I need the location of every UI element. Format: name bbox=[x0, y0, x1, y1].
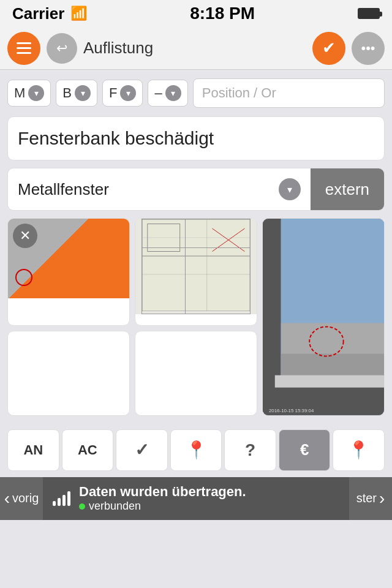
next-button[interactable]: ster › bbox=[349, 477, 392, 520]
chevron-m-icon: ▾ bbox=[28, 85, 44, 101]
status-text: Daten wurden übertragen. verbunden bbox=[79, 484, 246, 513]
red-pin-icon: 📍 bbox=[186, 440, 207, 460]
chip-f-label: F bbox=[109, 85, 117, 101]
green-pin-icon: 📍 bbox=[348, 440, 369, 460]
svg-rect-0 bbox=[142, 219, 250, 311]
next-chevron-icon: › bbox=[379, 489, 385, 508]
extern-label: extern bbox=[325, 180, 369, 199]
data-transfer-label: Daten wurden übertragen. bbox=[79, 484, 246, 500]
photo-slot-3[interactable]: 2016-10-15 15:39:04 bbox=[262, 218, 385, 416]
main-content: Metallfenster ▾ extern ✕ bbox=[0, 116, 392, 477]
action-euro-button[interactable]: € bbox=[279, 429, 331, 471]
next-label: ster bbox=[356, 491, 377, 505]
action-question-button[interactable]: ? bbox=[224, 429, 276, 471]
photo-slot-2[interactable] bbox=[135, 218, 257, 326]
bottom-nav: ‹ vorig Daten wurden übertragen. verbund… bbox=[0, 477, 392, 520]
chevron-dash-icon: ▾ bbox=[165, 85, 181, 101]
back-icon: ↩ bbox=[56, 40, 67, 56]
type-dropdown-value: Metallfenster bbox=[18, 180, 109, 199]
check-icon: ✓ bbox=[135, 440, 149, 460]
action-bar: AN AC ✓ 📍 ? € 📍 bbox=[7, 423, 385, 477]
action-ac-button[interactable]: AC bbox=[62, 429, 114, 471]
chip-b-label: B bbox=[62, 85, 72, 101]
title-input[interactable] bbox=[18, 128, 374, 149]
battery-icon bbox=[358, 8, 380, 19]
chevron-f-icon: ▾ bbox=[120, 85, 136, 101]
photo-3-image: 2016-10-15 15:39:04 bbox=[263, 219, 384, 415]
action-pin-red-button[interactable]: 📍 bbox=[170, 429, 222, 471]
bottom-nav-center: Daten wurden übertragen. verbunden bbox=[43, 484, 349, 513]
photo-slot-1[interactable]: ✕ bbox=[7, 218, 130, 326]
title-field-wrap bbox=[7, 116, 385, 160]
window-photo-svg: 2016-10-15 15:39:04 bbox=[263, 219, 384, 415]
connected-dot bbox=[79, 503, 85, 510]
chevron-b-icon: ▾ bbox=[75, 85, 91, 101]
hamburger-icon bbox=[17, 42, 31, 54]
blueprint-lines bbox=[141, 219, 251, 314]
chip-dash-label: – bbox=[154, 85, 162, 101]
filter-chip-f[interactable]: F ▾ bbox=[102, 80, 143, 107]
status-bar: Carrier 📶 8:18 PM bbox=[0, 0, 392, 27]
nav-bar: ↩ Auflistung ✔ ••• bbox=[0, 27, 392, 70]
photos-section: ✕ bbox=[7, 218, 385, 416]
save-button[interactable]: ✔ bbox=[312, 32, 345, 65]
checkmark-icon: ✔ bbox=[322, 39, 336, 58]
photo-1-image: ✕ bbox=[8, 219, 129, 298]
question-icon: ? bbox=[245, 440, 255, 460]
filter-chip-b[interactable]: B ▾ bbox=[56, 80, 97, 107]
svg-rect-15 bbox=[275, 375, 384, 388]
photo-slot-4[interactable] bbox=[7, 331, 130, 415]
ac-label: AC bbox=[78, 442, 97, 458]
more-icon: ••• bbox=[361, 40, 375, 56]
chip-m-label: M bbox=[14, 85, 25, 101]
blueprint-svg bbox=[142, 219, 250, 311]
photos-grid: ✕ bbox=[7, 218, 385, 416]
an-label: AN bbox=[23, 442, 43, 458]
photo-2-image bbox=[135, 219, 257, 314]
remove-photo-button[interactable]: ✕ bbox=[13, 224, 37, 248]
filter-row: M ▾ B ▾ F ▾ – ▾ Position / Or bbox=[0, 70, 392, 116]
wifi-icon: 📶 bbox=[70, 6, 87, 21]
prev-chevron-icon: ‹ bbox=[4, 489, 10, 508]
filter-chip-m[interactable]: M ▾ bbox=[7, 80, 51, 107]
more-button[interactable]: ••• bbox=[352, 32, 385, 65]
nav-title: Auflistung bbox=[83, 39, 306, 58]
signal-icon bbox=[53, 491, 70, 506]
chevron-type-icon: ▾ bbox=[279, 178, 301, 200]
back-button[interactable]: ↩ bbox=[47, 33, 77, 64]
annotation-circle-1 bbox=[15, 269, 32, 286]
action-pin-green-button[interactable]: 📍 bbox=[333, 429, 385, 471]
position-field[interactable]: Position / Or bbox=[193, 78, 385, 108]
prev-label: vorig bbox=[12, 491, 39, 505]
time-label: 8:18 PM bbox=[190, 4, 255, 23]
position-placeholder: Position / Or bbox=[202, 85, 276, 100]
carrier-label: Carrier bbox=[12, 4, 64, 23]
extern-button[interactable]: extern bbox=[311, 168, 384, 210]
connected-label: verbunden bbox=[79, 500, 246, 513]
type-dropdown-row: Metallfenster ▾ extern bbox=[7, 168, 385, 211]
prev-button[interactable]: ‹ vorig bbox=[0, 477, 43, 520]
euro-icon: € bbox=[300, 440, 309, 459]
action-check-button[interactable]: ✓ bbox=[116, 429, 168, 471]
menu-button[interactable] bbox=[7, 32, 40, 65]
type-dropdown[interactable]: Metallfenster ▾ bbox=[8, 168, 311, 210]
filter-chip-dash[interactable]: – ▾ bbox=[148, 80, 187, 107]
svg-text:2016-10-15 15:39:04: 2016-10-15 15:39:04 bbox=[269, 408, 314, 413]
photo-slot-5[interactable] bbox=[135, 331, 257, 415]
action-an-button[interactable]: AN bbox=[7, 429, 59, 471]
